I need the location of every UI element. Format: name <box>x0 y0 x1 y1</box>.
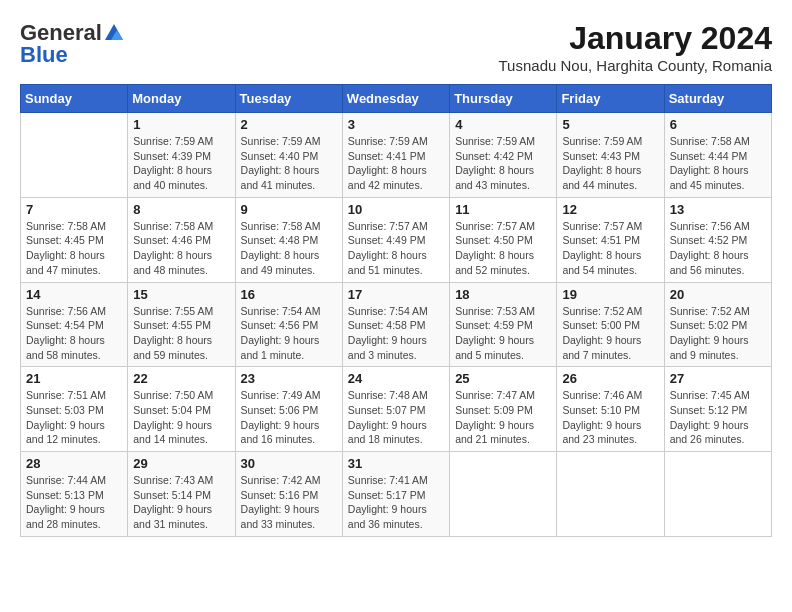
day-number: 15 <box>133 287 229 302</box>
day-info: Sunrise: 7:58 AMSunset: 4:45 PMDaylight:… <box>26 219 122 278</box>
calendar-cell: 12Sunrise: 7:57 AMSunset: 4:51 PMDayligh… <box>557 197 664 282</box>
day-info: Sunrise: 7:59 AMSunset: 4:39 PMDaylight:… <box>133 134 229 193</box>
calendar-cell: 4Sunrise: 7:59 AMSunset: 4:42 PMDaylight… <box>450 113 557 198</box>
day-info: Sunrise: 7:51 AMSunset: 5:03 PMDaylight:… <box>26 388 122 447</box>
day-info: Sunrise: 7:54 AMSunset: 4:58 PMDaylight:… <box>348 304 444 363</box>
day-number: 21 <box>26 371 122 386</box>
calendar-cell: 11Sunrise: 7:57 AMSunset: 4:50 PMDayligh… <box>450 197 557 282</box>
day-info: Sunrise: 7:47 AMSunset: 5:09 PMDaylight:… <box>455 388 551 447</box>
logo-blue: Blue <box>20 42 68 68</box>
calendar-cell: 9Sunrise: 7:58 AMSunset: 4:48 PMDaylight… <box>235 197 342 282</box>
weekday-header-wednesday: Wednesday <box>342 85 449 113</box>
calendar-cell: 25Sunrise: 7:47 AMSunset: 5:09 PMDayligh… <box>450 367 557 452</box>
calendar-week-2: 7Sunrise: 7:58 AMSunset: 4:45 PMDaylight… <box>21 197 772 282</box>
day-number: 24 <box>348 371 444 386</box>
day-info: Sunrise: 7:57 AMSunset: 4:49 PMDaylight:… <box>348 219 444 278</box>
day-number: 10 <box>348 202 444 217</box>
day-number: 16 <box>241 287 337 302</box>
page-header: General Blue January 2024 Tusnadu Nou, H… <box>20 20 772 74</box>
weekday-header-row: SundayMondayTuesdayWednesdayThursdayFrid… <box>21 85 772 113</box>
day-number: 31 <box>348 456 444 471</box>
calendar-cell: 1Sunrise: 7:59 AMSunset: 4:39 PMDaylight… <box>128 113 235 198</box>
logo: General Blue <box>20 20 126 68</box>
day-number: 26 <box>562 371 658 386</box>
day-number: 6 <box>670 117 766 132</box>
day-number: 20 <box>670 287 766 302</box>
weekday-header-monday: Monday <box>128 85 235 113</box>
calendar-cell: 24Sunrise: 7:48 AMSunset: 5:07 PMDayligh… <box>342 367 449 452</box>
day-info: Sunrise: 7:59 AMSunset: 4:43 PMDaylight:… <box>562 134 658 193</box>
calendar-cell: 27Sunrise: 7:45 AMSunset: 5:12 PMDayligh… <box>664 367 771 452</box>
day-number: 7 <box>26 202 122 217</box>
day-info: Sunrise: 7:58 AMSunset: 4:48 PMDaylight:… <box>241 219 337 278</box>
day-number: 30 <box>241 456 337 471</box>
day-number: 9 <box>241 202 337 217</box>
day-info: Sunrise: 7:56 AMSunset: 4:54 PMDaylight:… <box>26 304 122 363</box>
calendar-cell: 15Sunrise: 7:55 AMSunset: 4:55 PMDayligh… <box>128 282 235 367</box>
month-title: January 2024 <box>499 20 772 57</box>
calendar-cell: 23Sunrise: 7:49 AMSunset: 5:06 PMDayligh… <box>235 367 342 452</box>
day-number: 13 <box>670 202 766 217</box>
calendar-cell: 18Sunrise: 7:53 AMSunset: 4:59 PMDayligh… <box>450 282 557 367</box>
calendar-cell: 22Sunrise: 7:50 AMSunset: 5:04 PMDayligh… <box>128 367 235 452</box>
calendar-body: 1Sunrise: 7:59 AMSunset: 4:39 PMDaylight… <box>21 113 772 537</box>
day-info: Sunrise: 7:43 AMSunset: 5:14 PMDaylight:… <box>133 473 229 532</box>
calendar-week-5: 28Sunrise: 7:44 AMSunset: 5:13 PMDayligh… <box>21 452 772 537</box>
calendar-week-1: 1Sunrise: 7:59 AMSunset: 4:39 PMDaylight… <box>21 113 772 198</box>
weekday-header-friday: Friday <box>557 85 664 113</box>
day-number: 4 <box>455 117 551 132</box>
day-info: Sunrise: 7:59 AMSunset: 4:41 PMDaylight:… <box>348 134 444 193</box>
day-number: 1 <box>133 117 229 132</box>
day-info: Sunrise: 7:57 AMSunset: 4:51 PMDaylight:… <box>562 219 658 278</box>
calendar-week-3: 14Sunrise: 7:56 AMSunset: 4:54 PMDayligh… <box>21 282 772 367</box>
day-number: 18 <box>455 287 551 302</box>
calendar-cell: 31Sunrise: 7:41 AMSunset: 5:17 PMDayligh… <box>342 452 449 537</box>
location-title: Tusnadu Nou, Harghita County, Romania <box>499 57 772 74</box>
logo-icon <box>103 22 125 44</box>
calendar-cell: 16Sunrise: 7:54 AMSunset: 4:56 PMDayligh… <box>235 282 342 367</box>
day-info: Sunrise: 7:56 AMSunset: 4:52 PMDaylight:… <box>670 219 766 278</box>
day-info: Sunrise: 7:52 AMSunset: 5:00 PMDaylight:… <box>562 304 658 363</box>
calendar-cell <box>450 452 557 537</box>
day-info: Sunrise: 7:50 AMSunset: 5:04 PMDaylight:… <box>133 388 229 447</box>
day-number: 14 <box>26 287 122 302</box>
calendar-week-4: 21Sunrise: 7:51 AMSunset: 5:03 PMDayligh… <box>21 367 772 452</box>
calendar-cell: 17Sunrise: 7:54 AMSunset: 4:58 PMDayligh… <box>342 282 449 367</box>
weekday-header-sunday: Sunday <box>21 85 128 113</box>
day-info: Sunrise: 7:52 AMSunset: 5:02 PMDaylight:… <box>670 304 766 363</box>
day-number: 25 <box>455 371 551 386</box>
day-number: 22 <box>133 371 229 386</box>
calendar-cell: 14Sunrise: 7:56 AMSunset: 4:54 PMDayligh… <box>21 282 128 367</box>
day-info: Sunrise: 7:48 AMSunset: 5:07 PMDaylight:… <box>348 388 444 447</box>
day-number: 29 <box>133 456 229 471</box>
calendar-cell <box>557 452 664 537</box>
calendar-cell: 20Sunrise: 7:52 AMSunset: 5:02 PMDayligh… <box>664 282 771 367</box>
day-info: Sunrise: 7:59 AMSunset: 4:40 PMDaylight:… <box>241 134 337 193</box>
day-number: 3 <box>348 117 444 132</box>
day-info: Sunrise: 7:41 AMSunset: 5:17 PMDaylight:… <box>348 473 444 532</box>
day-number: 2 <box>241 117 337 132</box>
day-info: Sunrise: 7:57 AMSunset: 4:50 PMDaylight:… <box>455 219 551 278</box>
calendar-cell: 29Sunrise: 7:43 AMSunset: 5:14 PMDayligh… <box>128 452 235 537</box>
calendar-cell: 6Sunrise: 7:58 AMSunset: 4:44 PMDaylight… <box>664 113 771 198</box>
day-number: 28 <box>26 456 122 471</box>
weekday-header-thursday: Thursday <box>450 85 557 113</box>
calendar-cell: 30Sunrise: 7:42 AMSunset: 5:16 PMDayligh… <box>235 452 342 537</box>
day-number: 12 <box>562 202 658 217</box>
day-info: Sunrise: 7:55 AMSunset: 4:55 PMDaylight:… <box>133 304 229 363</box>
day-number: 19 <box>562 287 658 302</box>
day-info: Sunrise: 7:58 AMSunset: 4:46 PMDaylight:… <box>133 219 229 278</box>
day-info: Sunrise: 7:59 AMSunset: 4:42 PMDaylight:… <box>455 134 551 193</box>
calendar-cell: 21Sunrise: 7:51 AMSunset: 5:03 PMDayligh… <box>21 367 128 452</box>
day-info: Sunrise: 7:46 AMSunset: 5:10 PMDaylight:… <box>562 388 658 447</box>
day-info: Sunrise: 7:49 AMSunset: 5:06 PMDaylight:… <box>241 388 337 447</box>
calendar-cell: 19Sunrise: 7:52 AMSunset: 5:00 PMDayligh… <box>557 282 664 367</box>
day-info: Sunrise: 7:45 AMSunset: 5:12 PMDaylight:… <box>670 388 766 447</box>
day-info: Sunrise: 7:53 AMSunset: 4:59 PMDaylight:… <box>455 304 551 363</box>
day-info: Sunrise: 7:44 AMSunset: 5:13 PMDaylight:… <box>26 473 122 532</box>
calendar-cell <box>21 113 128 198</box>
calendar-cell: 7Sunrise: 7:58 AMSunset: 4:45 PMDaylight… <box>21 197 128 282</box>
weekday-header-saturday: Saturday <box>664 85 771 113</box>
calendar-cell: 10Sunrise: 7:57 AMSunset: 4:49 PMDayligh… <box>342 197 449 282</box>
day-number: 11 <box>455 202 551 217</box>
